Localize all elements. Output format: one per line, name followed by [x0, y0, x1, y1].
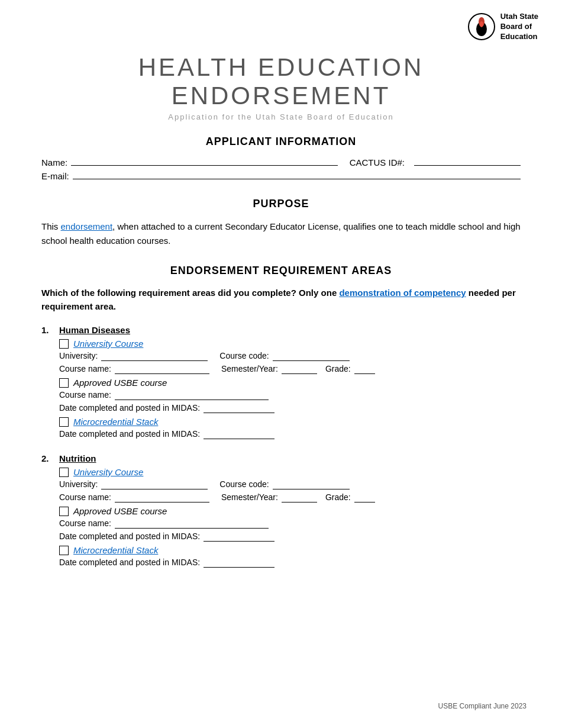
university-detail-row-2: University: Course code: — [59, 479, 527, 489]
microcredential-midas-label-2: Date completed and posted in MIDAS: — [59, 558, 200, 567]
university-field-2[interactable] — [101, 479, 208, 489]
email-label: E-mail: — [41, 171, 69, 181]
email-row: E-mail: — [41, 171, 521, 181]
option-usbe-course-2: Approved USBE course — [59, 506, 527, 516]
cactus-label: CACTUS ID#: — [350, 157, 405, 167]
course-code-label-1: Course code: — [219, 351, 269, 360]
endorsement-intro: Which of the following requirement areas… — [41, 286, 521, 313]
requirement-number-2: 2. Nutrition — [41, 453, 527, 463]
usbe-course-label-1: Approved USBE course — [73, 378, 167, 388]
logo-area: Utah State Board of Education — [467, 12, 538, 42]
checkbox-university-course-1[interactable] — [59, 339, 69, 349]
main-title: HEALTH EDUCATION ENDORSEMENT — [35, 53, 527, 110]
option-usbe-course-1: Approved USBE course — [59, 378, 527, 388]
usbe-midas-field-1[interactable] — [204, 403, 274, 413]
usbe-logo-icon — [467, 12, 496, 41]
course-detail-row-2: Course name: Semester/Year: Grade: — [59, 492, 527, 502]
endorsement-section-header: ENDORSEMENT REQUIREMENT AREAS — [35, 265, 527, 277]
microcredential-midas-field-1[interactable] — [204, 429, 274, 439]
university-detail-row-1: University: Course code: — [59, 351, 527, 361]
option-university-course-1: University Course — [59, 339, 527, 349]
org-name-text: Utah State Board of Education — [500, 12, 538, 42]
checkbox-usbe-course-2[interactable] — [59, 507, 69, 516]
usbe-course-name-label-2: Course name: — [59, 518, 111, 528]
usbe-course-name-row-1: Course name: — [59, 390, 527, 400]
university-label-2: University: — [59, 479, 98, 489]
purpose-section-header: PURPOSE — [35, 198, 527, 210]
usbe-midas-row-2: Date completed and posted in MIDAS: — [59, 531, 527, 542]
course-code-label-2: Course code: — [219, 479, 269, 489]
usbe-course-name-field-1[interactable] — [115, 390, 269, 400]
req-body-2: University Course University: Course cod… — [59, 467, 527, 568]
checkbox-microcredential-1[interactable] — [59, 417, 69, 427]
usbe-course-name-label-1: Course name: — [59, 390, 111, 400]
usbe-midas-label-1: Date completed and posted in MIDAS: — [59, 403, 200, 413]
microcredential-link-2[interactable]: Microcredential Stack — [73, 545, 158, 555]
name-row: Name: CACTUS ID#: — [41, 157, 521, 167]
microcredential-midas-field-2[interactable] — [204, 558, 274, 568]
req-num-2: 2. — [41, 453, 53, 463]
footer: USBE Compliant June 2023 — [438, 702, 527, 710]
req-num-1: 1. — [41, 325, 53, 335]
checkbox-microcredential-2[interactable] — [59, 546, 69, 555]
footer-text: USBE Compliant June 2023 — [438, 702, 527, 710]
usbe-course-name-field-2[interactable] — [115, 518, 269, 529]
option-university-course-2: University Course — [59, 467, 527, 477]
requirements-list: 1. Human Diseases University Course Univ… — [41, 325, 527, 568]
name-field[interactable] — [71, 165, 337, 166]
grade-field-1[interactable] — [354, 364, 375, 374]
req-title-2: Nutrition — [59, 453, 96, 463]
course-code-field-2[interactable] — [273, 479, 350, 489]
cactus-field[interactable] — [414, 165, 521, 166]
usbe-course-label-2: Approved USBE course — [73, 506, 167, 516]
usbe-midas-row-1: Date completed and posted in MIDAS: — [59, 403, 527, 413]
applicant-section-header: APPLICANT INFORMATION — [35, 136, 527, 148]
email-field[interactable] — [73, 179, 521, 179]
course-detail-row-1: Course name: Semester/Year: Grade: — [59, 364, 527, 374]
option-microcredential-1: Microcredential Stack — [59, 417, 527, 427]
semester-field-2[interactable] — [282, 492, 317, 502]
university-field-1[interactable] — [101, 351, 208, 361]
university-course-link-2[interactable]: University Course — [73, 467, 143, 477]
svg-point-3 — [480, 21, 483, 27]
course-name-field-2[interactable] — [115, 492, 209, 502]
applicant-info-block: Name: CACTUS ID#: E-mail: — [41, 157, 521, 181]
semester-label-1: Semester/Year: — [221, 364, 278, 373]
grade-field-2[interactable] — [354, 492, 375, 502]
usbe-midas-field-2[interactable] — [204, 531, 274, 542]
req-body-1: University Course University: Course cod… — [59, 339, 527, 439]
microcredential-link-1[interactable]: Microcredential Stack — [73, 417, 158, 427]
grade-label-1: Grade: — [325, 364, 351, 373]
course-code-field-1[interactable] — [273, 351, 350, 361]
requirement-number-1: 1. Human Diseases — [41, 325, 527, 335]
semester-field-1[interactable] — [282, 364, 317, 374]
course-name-label-2: Course name: — [59, 492, 111, 502]
requirement-item-1: 1. Human Diseases University Course Univ… — [41, 325, 527, 439]
grade-label-2: Grade: — [325, 492, 351, 502]
university-label-1: University: — [59, 351, 98, 360]
microcredential-midas-label-1: Date completed and posted in MIDAS: — [59, 429, 200, 439]
semester-label-2: Semester/Year: — [221, 492, 278, 502]
university-course-link-1[interactable]: University Course — [73, 339, 143, 349]
course-name-label-1: Course name: — [59, 364, 111, 373]
microcredential-midas-row-2: Date completed and posted in MIDAS: — [59, 558, 527, 568]
sub-title: Application for the Utah State Board of … — [35, 112, 527, 121]
name-label: Name: — [41, 157, 67, 167]
course-name-field-1[interactable] — [115, 364, 209, 374]
req-title-1: Human Diseases — [59, 325, 130, 335]
checkbox-usbe-course-1[interactable] — [59, 378, 69, 388]
option-microcredential-2: Microcredential Stack — [59, 545, 527, 555]
microcredential-midas-row-1: Date completed and posted in MIDAS: — [59, 429, 527, 439]
purpose-text: This endorsement, when attached to a cur… — [41, 220, 521, 248]
checkbox-university-course-2[interactable] — [59, 468, 69, 477]
requirement-item-2: 2. Nutrition University Course Universit… — [41, 453, 527, 568]
usbe-midas-label-2: Date completed and posted in MIDAS: — [59, 531, 200, 541]
usbe-course-name-row-2: Course name: — [59, 518, 527, 529]
endorsement-link[interactable]: endorsement — [61, 221, 113, 231]
demonstration-link[interactable]: demonstration of competency — [339, 288, 466, 298]
